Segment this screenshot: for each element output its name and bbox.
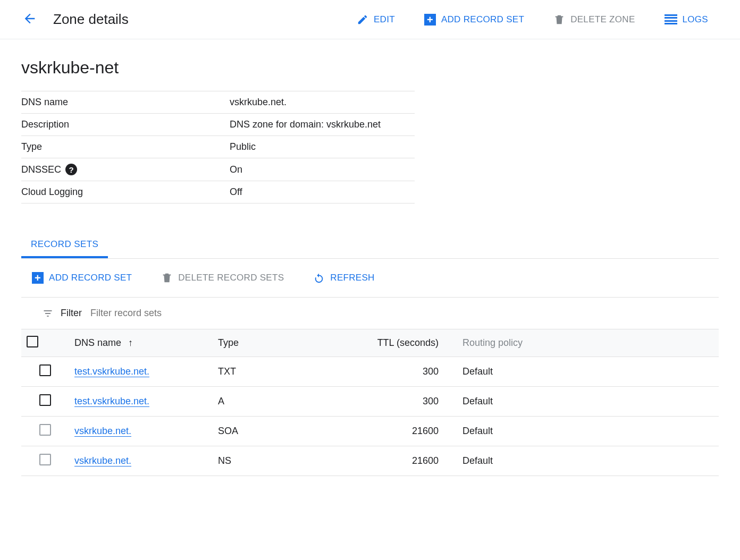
row-checkbox[interactable] <box>39 424 51 436</box>
add-record-set-button-2[interactable]: + ADD RECORD SET <box>32 272 132 284</box>
zone-name: vskrkube-net <box>21 58 719 78</box>
help-icon[interactable]: ? <box>65 164 77 175</box>
col-routing-policy[interactable]: Routing policy <box>457 329 719 357</box>
table-row: vskrkube.net.NS21600Default <box>21 446 719 476</box>
meta-row-dns-name: DNS name vskrkube.net. <box>21 91 415 114</box>
record-ttl: 21600 <box>319 417 457 446</box>
row-checkbox[interactable] <box>39 364 51 376</box>
add-record-set-button[interactable]: + ADD RECORD SET <box>424 14 524 26</box>
add-record-set-label: ADD RECORD SET <box>49 273 132 283</box>
filter-icon <box>43 308 53 319</box>
record-type: NS <box>213 446 319 476</box>
tab-row: RECORD SETS <box>21 233 719 259</box>
edit-label: EDIT <box>374 14 395 25</box>
page-title: Zone details <box>53 11 129 28</box>
col-type[interactable]: Type <box>213 329 319 357</box>
filter-input[interactable] <box>89 307 302 319</box>
record-link[interactable]: vskrkube.net. <box>74 426 131 437</box>
records-table: DNS name ↑ Type TTL (seconds) Routing po… <box>21 329 719 476</box>
record-routing-policy: Default <box>457 446 719 476</box>
record-type: TXT <box>213 357 319 387</box>
logs-label: LOGS <box>683 14 708 25</box>
meta-row-type: Type Public <box>21 136 415 158</box>
meta-label: Type <box>21 141 191 152</box>
delete-zone-button[interactable]: DELETE ZONE <box>553 14 635 26</box>
logs-button[interactable]: LOGS <box>665 14 708 25</box>
row-checkbox[interactable] <box>39 454 51 465</box>
meta-label: DNSSEC <box>21 164 61 175</box>
record-link[interactable]: test.vskrkube.net. <box>74 366 149 377</box>
filter-label: Filter <box>61 308 82 319</box>
back-button[interactable] <box>21 11 38 28</box>
topbar: Zone details EDIT + ADD RECORD SET DELET… <box>0 0 740 39</box>
main-content: vskrkube-net DNS name vskrkube.net. Desc… <box>0 39 740 476</box>
record-ttl: 21600 <box>319 446 457 476</box>
sort-asc-icon: ↑ <box>128 337 133 348</box>
col-dns-name[interactable]: DNS name ↑ <box>69 329 213 357</box>
refresh-button[interactable]: REFRESH <box>313 272 374 284</box>
record-routing-policy: Default <box>457 387 719 417</box>
delete-record-sets-label: DELETE RECORD SETS <box>178 273 284 283</box>
col-dns-name-label: DNS name <box>74 337 121 348</box>
delete-record-sets-button[interactable]: DELETE RECORD SETS <box>161 272 284 284</box>
meta-value: vskrkube.net. <box>230 91 415 114</box>
record-type: A <box>213 387 319 417</box>
row-checkbox[interactable] <box>39 394 51 406</box>
record-link[interactable]: vskrkube.net. <box>74 455 131 466</box>
record-routing-policy: Default <box>457 417 719 446</box>
meta-label: Cloud Logging <box>21 186 191 198</box>
meta-row-dnssec: DNSSEC ? On <box>21 158 415 181</box>
plus-square-icon: + <box>32 272 44 284</box>
meta-label: DNS name <box>21 97 191 108</box>
select-all-checkbox[interactable] <box>27 336 38 347</box>
meta-value: On <box>230 158 415 181</box>
add-record-set-label: ADD RECORD SET <box>441 14 524 25</box>
record-link[interactable]: test.vskrkube.net. <box>74 396 149 407</box>
logs-icon <box>665 14 677 25</box>
meta-value: Public <box>230 136 415 158</box>
trash-icon <box>161 272 173 284</box>
trash-icon <box>553 14 565 26</box>
table-row: test.vskrkube.net.A300Default <box>21 387 719 417</box>
filter-row: Filter <box>21 298 719 329</box>
edit-button[interactable]: EDIT <box>357 14 395 26</box>
zone-meta-table: DNS name vskrkube.net. Description DNS z… <box>21 91 415 203</box>
table-row: test.vskrkube.net.TXT300Default <box>21 357 719 387</box>
pencil-icon <box>357 14 368 26</box>
record-type: SOA <box>213 417 319 446</box>
refresh-icon <box>313 272 325 284</box>
refresh-label: REFRESH <box>330 273 374 283</box>
plus-square-icon: + <box>424 14 436 26</box>
meta-row-cloud-logging: Cloud Logging Off <box>21 181 415 203</box>
records-toolbar: + ADD RECORD SET DELETE RECORD SETS REFR… <box>21 259 719 298</box>
record-ttl: 300 <box>319 357 457 387</box>
meta-label: Description <box>21 119 191 130</box>
record-routing-policy: Default <box>457 357 719 387</box>
meta-value: DNS zone for domain: vskrkube.net <box>230 114 415 136</box>
top-actions: EDIT + ADD RECORD SET DELETE ZONE LOGS <box>357 14 708 26</box>
delete-zone-label: DELETE ZONE <box>570 14 635 25</box>
meta-row-description: Description DNS zone for domain: vskrkub… <box>21 114 415 136</box>
col-ttl[interactable]: TTL (seconds) <box>319 329 457 357</box>
meta-value: Off <box>230 181 415 203</box>
arrow-left-icon <box>22 11 37 28</box>
tab-record-sets[interactable]: RECORD SETS <box>21 233 108 258</box>
table-row: vskrkube.net.SOA21600Default <box>21 417 719 446</box>
record-ttl: 300 <box>319 387 457 417</box>
